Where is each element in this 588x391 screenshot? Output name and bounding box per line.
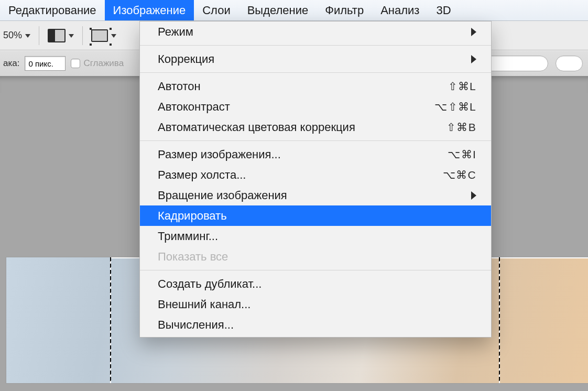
menu-shortcut: ⇧⌘L [448,80,476,93]
menu-image-rotation[interactable]: Вращение изображения [140,185,491,205]
menu-separator [140,270,491,270]
submenu-arrow-icon [471,55,476,63]
menu-item-label: Коррекция [158,52,214,66]
menu-duplicate[interactable]: Создать дубликат... [140,274,491,294]
screen-mode-icon [48,29,66,42]
menu-shortcut: ⇧⌘B [447,121,476,134]
menu-separator [140,72,491,73]
divider [82,26,83,45]
submenu-arrow-icon [471,28,476,36]
menu-adjustments[interactable]: Коррекция [140,49,491,69]
submenu-arrow-icon [471,191,476,200]
menu-shortcut: ⌥⌘C [443,169,476,181]
menu-autocontrast[interactable]: Автоконтраст ⌥⇧⌘L [140,96,491,117]
chevron-down-icon [25,34,30,38]
menu-item-label: Автотон [158,80,201,93]
menu-separator [140,45,491,46]
menu-item-label: Показать все [158,250,228,264]
menu-reveal-all: Показать все [140,246,491,267]
zoom-value: 50% [3,30,22,41]
chevron-down-icon [69,34,74,38]
menu-layers[interactable]: Слои [194,0,239,20]
antialias-checkbox[interactable] [71,59,80,68]
menu-crop[interactable]: Кадрировать [140,205,491,226]
menu-shortcut: ⌥⌘I [448,148,476,161]
menu-item-label: Режим [158,25,193,39]
screen-mode-button[interactable] [48,29,74,42]
menu-canvas-size[interactable]: Размер холста... ⌥⌘C [140,165,491,185]
arrange-docs-button[interactable] [91,29,116,42]
menu-item-label: Создать дубликат... [158,277,262,291]
menu-apply-image[interactable]: Внешний канал... [140,294,491,314]
feather-input[interactable] [25,56,66,71]
menu-separator [140,140,491,141]
arrange-docs-icon [91,29,108,42]
menu-item-label: Автоконтраст [158,100,230,114]
menu-image[interactable]: Изображение [105,0,194,20]
antialias-option[interactable]: Сглажива [71,58,124,69]
menu-item-label: Размер изображения... [158,148,281,161]
menu-autotone[interactable]: Автотон ⇧⌘L [140,76,491,96]
menu-mode[interactable]: Режим [140,21,491,42]
menu-edit[interactable]: Редактирование [0,0,105,20]
menu-item-label: Внешний канал... [158,298,251,311]
menubar: Редактирование Изображение Слои Выделени… [0,0,588,21]
extra-field[interactable] [556,56,583,71]
menu-filter[interactable]: Фильтр [317,0,372,20]
menu-select[interactable]: Выделение [239,0,317,20]
menu-analysis[interactable]: Анализ [372,0,428,20]
antialias-label: Сглажива [83,58,124,69]
zoom-dropdown[interactable]: 50% [3,30,30,41]
divider [39,26,39,45]
menu-3d[interactable]: 3D [428,0,459,20]
menu-shortcut: ⌥⇧⌘L [434,101,476,113]
menu-item-label: Вычисления... [158,318,234,332]
menu-calculations[interactable]: Вычисления... [140,314,491,335]
chevron-down-icon [111,34,116,38]
menu-autocolor[interactable]: Автоматическая цветовая коррекция ⇧⌘B [140,117,491,137]
menu-item-label: Размер холста... [158,168,246,182]
menu-item-label: Кадрировать [158,209,227,223]
menu-image-size[interactable]: Размер изображения... ⌥⌘I [140,144,491,165]
feather-label: ака: [3,58,19,69]
menu-item-label: Вращение изображения [158,189,287,202]
menu-trim[interactable]: Тримминг... [140,226,491,246]
menu-item-label: Автоматическая цветовая коррекция [158,121,355,134]
menu-item-label: Тримминг... [158,230,218,243]
image-menu-dropdown: Режим Коррекция Автотон ⇧⌘L Автоконтраст… [139,21,492,338]
